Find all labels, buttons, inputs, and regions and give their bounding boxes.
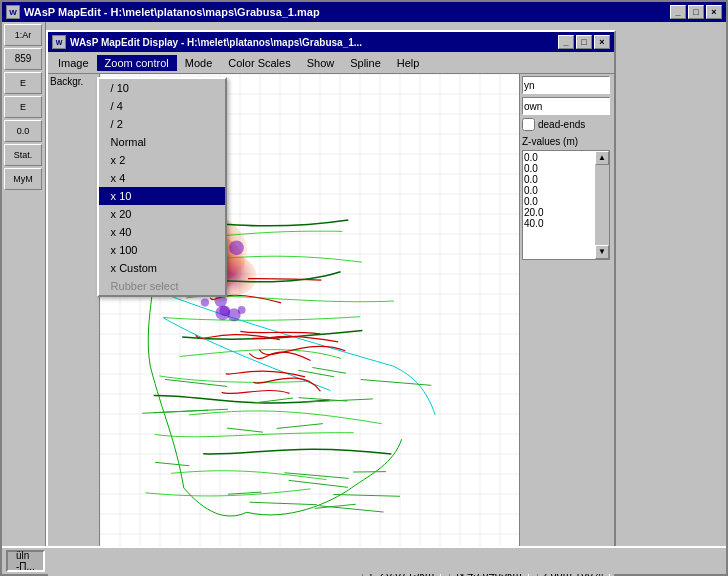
z-value-5: 0.0 (524, 196, 594, 207)
z-values-label: Z-values (m) (522, 136, 612, 147)
maximize-btn[interactable]: □ (688, 5, 704, 19)
inner-close-btn[interactable]: × (594, 35, 610, 49)
outer-taskbar: üln -Π... (2, 546, 726, 574)
outer-left-panel: 1:Ar 859 E E 0.0 Stat. MyM (2, 22, 46, 552)
menu-help[interactable]: Help (389, 55, 428, 71)
scroll-up-btn[interactable]: ▲ (595, 151, 609, 165)
app-icon: W (6, 5, 20, 19)
zoom-div4[interactable]: / 4 (99, 97, 225, 115)
z-values-list: 0.0 0.0 0.0 0.0 0.0 20.0 40.0 (523, 151, 595, 259)
tool-btn-stat[interactable]: Stat. (4, 144, 42, 166)
right-sidebar: dead-ends Z-values (m) 0.0 0.0 0.0 0.0 0… (519, 74, 614, 561)
menu-spline[interactable]: Spline (342, 55, 389, 71)
zoom-x100[interactable]: x 100 (99, 241, 225, 259)
dead-ends-row: dead-ends (522, 118, 612, 131)
zoom-div2[interactable]: / 2 (99, 115, 225, 133)
scroll-down-btn[interactable]: ▼ (595, 245, 609, 259)
z-scrollbar: ▲ ▼ (595, 151, 609, 259)
z-value-7: 40.0 (524, 218, 594, 229)
zoom-normal[interactable]: Normal (99, 133, 225, 151)
z-value-6: 20.0 (524, 207, 594, 218)
inner-window-title: WAsP MapEdit Display - H:\melet\platanos… (70, 37, 362, 48)
inner-window-controls: _ □ × (558, 35, 610, 49)
z-values-container: 0.0 0.0 0.0 0.0 0.0 20.0 40.0 ▲ ▼ (522, 150, 610, 260)
close-btn[interactable]: × (706, 5, 722, 19)
menu-image[interactable]: Image (50, 55, 97, 71)
inner-app-icon: W (52, 35, 66, 49)
zoom-x4[interactable]: x 4 (99, 169, 225, 187)
menubar: Image Zoom control / 10 / 4 / 2 Normal x… (48, 52, 614, 74)
inner-window: W WAsP MapEdit Display - H:\melet\platan… (46, 30, 616, 565)
left-panel: Backgr. (48, 74, 100, 561)
z-value-3: 0.0 (524, 174, 594, 185)
zoom-xcustom[interactable]: x Custom (99, 259, 225, 277)
background-label: Backgr. (50, 76, 97, 87)
z-value-4: 0.0 (524, 185, 594, 196)
tool-btn-e1[interactable]: E (4, 72, 42, 94)
zoom-x40[interactable]: x 40 (99, 223, 225, 241)
menu-mode[interactable]: Mode (177, 55, 221, 71)
tool-btn-e2[interactable]: E (4, 96, 42, 118)
zoom-rubber: Rubber select (99, 277, 225, 295)
tool-btn-1[interactable]: 1:Ar (4, 24, 42, 46)
inner-titlebar: W WAsP MapEdit Display - H:\melet\platan… (48, 32, 614, 52)
zoom-div10[interactable]: / 10 (99, 79, 225, 97)
zoom-dropdown: / 10 / 4 / 2 Normal x 2 x 4 x 10 x 20 x … (97, 77, 227, 297)
menu-show[interactable]: Show (299, 55, 343, 71)
outer-window-title: WAsP MapEdit - H:\melet\platanos\maps\Gr… (24, 6, 320, 18)
tool-btn-my[interactable]: MyM (4, 168, 42, 190)
menu-zoom-control[interactable]: Zoom control / 10 / 4 / 2 Normal x 2 x 4… (97, 55, 177, 71)
zoom-x2[interactable]: x 2 (99, 151, 225, 169)
tool-btn-val[interactable]: 0.0 (4, 120, 42, 142)
z-value-2: 0.0 (524, 163, 594, 174)
zoom-x20[interactable]: x 20 (99, 205, 225, 223)
taskbar-wasp-btn[interactable]: üln -Π... (6, 550, 45, 572)
outer-titlebar: W WAsP MapEdit - H:\melet\platanos\maps\… (2, 2, 726, 22)
outer-window-controls: _ □ × (670, 5, 722, 19)
minimize-btn[interactable]: _ (670, 5, 686, 19)
right-input-1[interactable] (522, 76, 610, 94)
z-value-1: 0.0 (524, 152, 594, 163)
menu-color-scales[interactable]: Color Scales (220, 55, 298, 71)
inner-maximize-btn[interactable]: □ (576, 35, 592, 49)
tool-btn-2[interactable]: 859 (4, 48, 42, 70)
zoom-x10[interactable]: x 10 (99, 187, 225, 205)
dead-ends-label: dead-ends (538, 119, 585, 130)
right-input-2[interactable] (522, 97, 610, 115)
dead-ends-checkbox[interactable] (522, 118, 535, 131)
inner-minimize-btn[interactable]: _ (558, 35, 574, 49)
